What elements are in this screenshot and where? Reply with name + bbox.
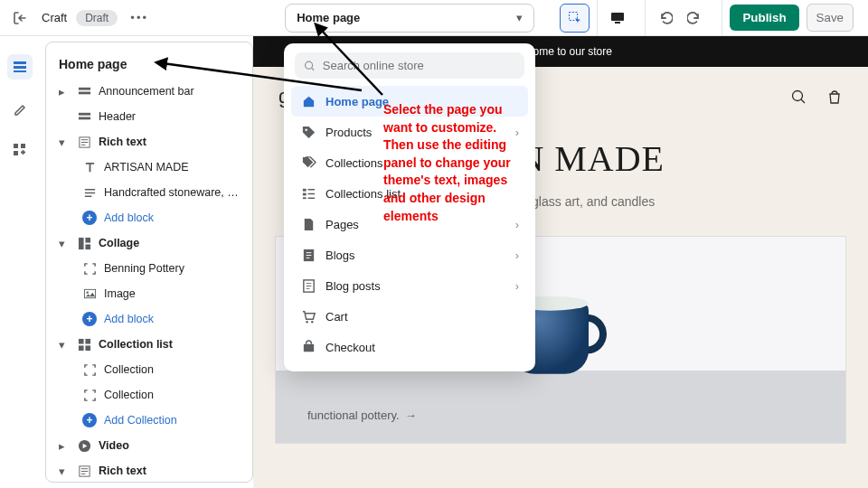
redo-button[interactable] [682, 5, 707, 31]
bag-icon[interactable] [826, 89, 843, 105]
svg-rect-21 [85, 338, 90, 343]
dropdown-search-input[interactable] [323, 59, 515, 72]
section-row[interactable]: ▾Collage [46, 230, 252, 256]
inspector-toggle[interactable] [560, 4, 590, 33]
dropdown-item-blog-posts[interactable]: Blog posts› [291, 270, 528, 301]
collage-icon [77, 236, 91, 250]
svg-point-28 [305, 128, 307, 130]
section-row[interactable]: Handcrafted stoneware, gla... [46, 180, 252, 205]
svg-point-27 [306, 61, 313, 69]
section-row[interactable]: Benning Pottery [46, 256, 252, 281]
svg-rect-3 [14, 61, 26, 64]
svg-rect-15 [85, 237, 90, 242]
home-icon [300, 93, 316, 109]
section-label: ARTISAN MADE [104, 161, 189, 174]
annotation-text: Select the page you want to customize. T… [383, 101, 519, 225]
svg-rect-5 [14, 70, 26, 72]
blog-posts-icon [300, 277, 316, 294]
more-icon: ••• [130, 11, 148, 24]
page-selector[interactable]: Home page ▾ [285, 4, 534, 33]
plus-icon: + [82, 413, 97, 427]
section-label: Collection [104, 363, 154, 376]
svg-rect-7 [21, 144, 25, 148]
section-row[interactable]: ▾Rich text [46, 458, 252, 483]
sections-title: Home page [46, 48, 252, 79]
add-label: Add Collection [104, 414, 177, 427]
blogs-icon [300, 247, 316, 263]
dropdown-item-label: Products [326, 126, 372, 139]
products-icon [300, 124, 316, 140]
svg-rect-10 [78, 91, 90, 94]
svg-rect-2 [615, 22, 620, 23]
section-label: Handcrafted stoneware, gla... [104, 186, 241, 199]
publish-button[interactable]: Publish [730, 5, 798, 31]
dropdown-item-label: Blog posts [326, 279, 381, 293]
apps-icon [13, 143, 27, 157]
section-row[interactable]: Collection [46, 382, 252, 408]
add-label: Add block [104, 211, 154, 224]
svg-rect-29 [302, 188, 306, 191]
dropdown-item-blogs[interactable]: Blogs› [291, 239, 528, 270]
section-row[interactable]: ▾Collection list [46, 332, 252, 357]
exit-button[interactable] [7, 5, 33, 31]
search-icon [304, 60, 316, 72]
dropdown-item-checkout[interactable]: Checkout [291, 332, 528, 362]
section-label: Collection [104, 389, 154, 401]
section-row[interactable]: Header [46, 104, 252, 129]
desktop-icon [609, 10, 626, 26]
chevron-icon: ▸ [59, 85, 70, 99]
svg-point-35 [311, 320, 313, 322]
top-toolbar: Craft Draft ••• Home page ▾ Publish Save [0, 0, 868, 36]
section-row[interactable]: ▸Announcement bar [46, 79, 252, 104]
exit-icon [13, 11, 27, 25]
svg-rect-11 [78, 112, 90, 115]
frame-icon [82, 388, 97, 402]
svg-rect-9 [78, 87, 90, 89]
svg-rect-8 [14, 151, 18, 155]
rail-apps[interactable] [7, 137, 33, 163]
play-icon [77, 438, 91, 453]
dropdown-item-label: Cart [326, 310, 348, 324]
dropdown-item-label: Pages [326, 218, 359, 231]
theme-name: Craft [42, 11, 67, 24]
svg-point-26 [793, 91, 803, 101]
svg-rect-14 [78, 237, 83, 249]
section-label: Rich text [99, 465, 146, 477]
collections-list-icon [300, 185, 316, 202]
save-button[interactable]: Save [807, 4, 854, 32]
section-label: Video [99, 439, 129, 452]
section-row[interactable]: ▸Video [46, 433, 252, 458]
pages-icon [300, 216, 316, 232]
rail-sections[interactable] [7, 54, 33, 80]
chevron-icon: ▾ [59, 136, 70, 149]
section-label: Header [99, 110, 136, 123]
section-row[interactable]: Image [46, 281, 252, 306]
svg-rect-12 [78, 117, 90, 119]
cart-icon [300, 308, 316, 324]
rail-theme-settings[interactable] [7, 96, 33, 121]
section-row[interactable]: Collection [46, 357, 252, 382]
section-row[interactable]: ARTISAN MADE [46, 155, 252, 180]
undo-button[interactable] [653, 5, 678, 31]
redo-icon [687, 11, 702, 25]
desktop-view-button[interactable] [605, 5, 630, 31]
bar-icon [77, 109, 91, 124]
dropdown-search[interactable] [295, 52, 524, 79]
bar-icon [77, 84, 91, 99]
richtext-icon [77, 135, 91, 149]
more-button[interactable]: ••• [127, 5, 152, 31]
add-label: Add block [104, 313, 154, 325]
paint-icon [13, 101, 27, 116]
add-block-button[interactable]: +Add block [46, 306, 252, 332]
section-row[interactable]: ▾Rich text [46, 129, 252, 155]
dropdown-item-cart[interactable]: Cart [291, 301, 528, 332]
add-block-button[interactable]: +Add Collection [46, 408, 252, 433]
cursor-select-icon [568, 11, 582, 25]
svg-rect-4 [14, 66, 26, 69]
search-icon[interactable] [790, 89, 807, 105]
collections-icon [300, 155, 316, 171]
plus-icon: + [82, 211, 97, 225]
dropdown-item-label: Blogs [326, 249, 355, 262]
add-block-button[interactable]: +Add block [46, 205, 252, 230]
T-icon [82, 160, 97, 174]
